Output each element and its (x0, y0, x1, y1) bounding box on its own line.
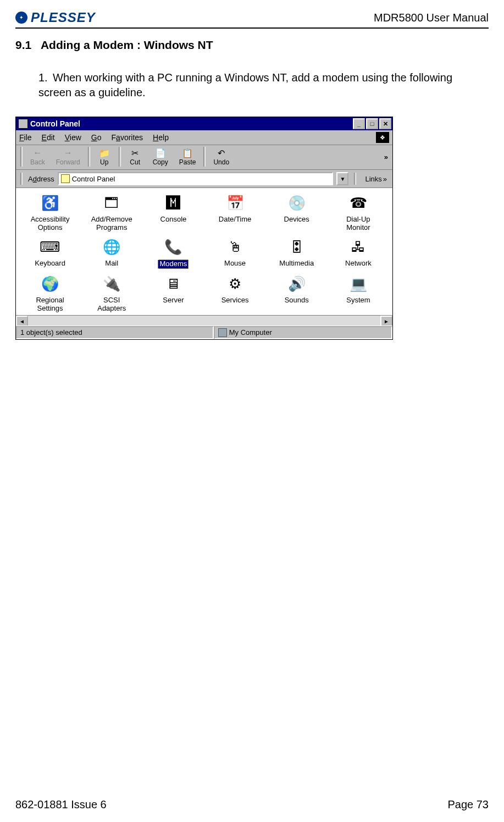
services-icon: ⚙ (225, 274, 245, 294)
menu-edit[interactable]: Edit (42, 133, 55, 142)
horizontal-scrollbar[interactable]: ◄ ► (16, 315, 392, 326)
icon-sounds[interactable]: 🔊Sounds (266, 274, 328, 313)
copy-button[interactable]: 📄 Copy (147, 146, 174, 167)
add-remove-programs-icon: 🗔 (102, 194, 121, 213)
screenshot-window: Control Panel _ □ ✕ File Edit View Go Fa… (15, 117, 393, 340)
up-button[interactable]: 📁 Up (92, 146, 117, 167)
icon-label: Sounds (285, 296, 309, 305)
scsi-adapters-icon: 🔌 (102, 274, 121, 294)
keyboard-icon: ⌨ (40, 238, 60, 257)
instruction-text: When working with a PC running a Windows… (38, 71, 452, 98)
icon-label: Console (160, 216, 187, 224)
icon-services[interactable]: ⚙Services (204, 274, 265, 313)
icon-scsi-adapters[interactable]: 🔌SCSIAdapters (81, 274, 142, 313)
toolbar-separator-icon (88, 147, 90, 167)
address-dropdown-button[interactable]: ▼ (336, 172, 348, 185)
links-label: Links (365, 175, 381, 183)
icon-add-remove-programs[interactable]: 🗔Add/RemovePrograms (81, 194, 142, 232)
icon-date-time[interactable]: 📅Date/Time (204, 194, 265, 232)
dial-up-monitor-icon: ☎ (348, 194, 368, 213)
menu-help[interactable]: Help (153, 133, 169, 142)
forward-button[interactable]: → Forward (51, 146, 86, 167)
clipboard-icon: 📋 (181, 147, 194, 158)
menu-bar: File Edit View Go Favorites Help ❖ (16, 130, 392, 145)
modems-icon: 📞 (163, 238, 183, 257)
menu-file[interactable]: File (19, 133, 32, 142)
section-heading: 9.1 Adding a Modem : Windows NT (15, 38, 489, 52)
icon-label: Server (163, 296, 184, 305)
icon-multimedia[interactable]: 🎛Multimedia (266, 238, 328, 269)
address-input[interactable]: Control Panel (58, 172, 334, 185)
icon-regional-settings[interactable]: 🌍RegionalSettings (19, 274, 81, 313)
icon-system[interactable]: 💻System (328, 274, 389, 313)
paste-label: Paste (179, 158, 196, 166)
icon-mouse[interactable]: 🖱Mouse (204, 238, 265, 269)
menu-favorites[interactable]: Favorites (112, 133, 143, 142)
status-left-text: 1 object(s) selected (20, 328, 82, 336)
console-icon: 🅼 (163, 194, 183, 213)
toolbar-overflow-button[interactable]: » (382, 153, 390, 161)
minimize-button[interactable]: _ (353, 118, 365, 129)
copy-icon: 📄 (154, 147, 167, 158)
back-button[interactable]: ← Back (25, 146, 51, 167)
arrow-left-icon: ← (31, 147, 44, 158)
status-location-pane: My Computer (214, 326, 392, 339)
folder-up-icon: 📁 (98, 147, 111, 158)
icon-label: AccessibilityOptions (31, 216, 70, 232)
undo-button[interactable]: ↶ Undo (208, 146, 235, 167)
icon-console[interactable]: 🅼Console (142, 194, 204, 232)
address-value: Control Panel (72, 175, 115, 183)
toolbar: ← Back → Forward 📁 Up ✂ Cut 📄 Copy (16, 145, 392, 170)
footer-right: Page 73 (447, 798, 489, 811)
instruction-list: 1.When working with a PC running a Windo… (38, 70, 467, 100)
icon-devices[interactable]: 💿Devices (266, 194, 328, 232)
menu-view[interactable]: View (65, 133, 81, 142)
brand-logo: ✦ PLESSEY (15, 10, 96, 25)
icon-network[interactable]: 🖧Network (328, 238, 389, 269)
logo-text: PLESSEY (31, 10, 96, 25)
forward-label: Forward (56, 158, 80, 166)
icon-label: Mouse (224, 260, 246, 268)
address-label: Address (28, 175, 54, 183)
devices-icon: 💿 (287, 194, 307, 213)
address-bar: Address Control Panel ▼ Links » (16, 170, 392, 188)
footer-left: 862-01881 Issue 6 (15, 798, 107, 811)
section-title-text: Adding a Modem : Windows NT (41, 38, 213, 51)
links-overflow: » (383, 175, 387, 183)
window-titlebar[interactable]: Control Panel _ □ ✕ (16, 117, 392, 130)
page-header: ✦ PLESSEY MDR5800 User Manual (15, 10, 489, 29)
maximize-button[interactable]: □ (366, 118, 378, 129)
system-icon: 💻 (348, 274, 368, 294)
windows-logo-icon[interactable]: ❖ (376, 132, 389, 143)
close-button[interactable]: ✕ (379, 118, 391, 129)
header-title: MDR5800 User Manual (374, 12, 489, 24)
scroll-track[interactable] (28, 316, 380, 326)
status-selection-pane: 1 object(s) selected (16, 326, 214, 339)
toolbar-grip-icon (20, 147, 23, 167)
date-time-icon: 📅 (225, 194, 245, 213)
menu-go[interactable]: Go (91, 133, 102, 142)
scissors-icon: ✂ (129, 147, 142, 158)
icon-label: Date/Time (219, 216, 251, 224)
icon-label: Mail (105, 260, 118, 268)
icon-keyboard[interactable]: ⌨Keyboard (19, 238, 81, 269)
copy-label: Copy (153, 158, 168, 166)
icon-dial-up-monitor[interactable]: ☎Dial-UpMonitor (328, 194, 389, 232)
undo-icon: ↶ (215, 147, 228, 158)
icon-accessibility-options[interactable]: ♿AccessibilityOptions (19, 194, 81, 232)
list-number: 1. (38, 70, 53, 85)
sounds-icon: 🔊 (287, 274, 307, 294)
network-icon: 🖧 (348, 238, 368, 257)
links-button[interactable]: Links » (362, 175, 390, 183)
cut-button[interactable]: ✂ Cut (123, 146, 147, 167)
icon-label: Network (345, 260, 372, 268)
icon-modems[interactable]: 📞Modems (142, 238, 204, 269)
icon-server[interactable]: 🖥Server (142, 274, 204, 313)
toolbar-separator-icon (119, 147, 121, 167)
paste-button[interactable]: 📋 Paste (174, 146, 202, 167)
status-bar: 1 object(s) selected My Computer (16, 326, 392, 339)
icon-label: System (346, 296, 370, 305)
icon-mail[interactable]: 🌐Mail (81, 238, 142, 269)
icon-label: Add/RemovePrograms (91, 216, 132, 232)
arrow-right-icon: → (62, 147, 75, 158)
